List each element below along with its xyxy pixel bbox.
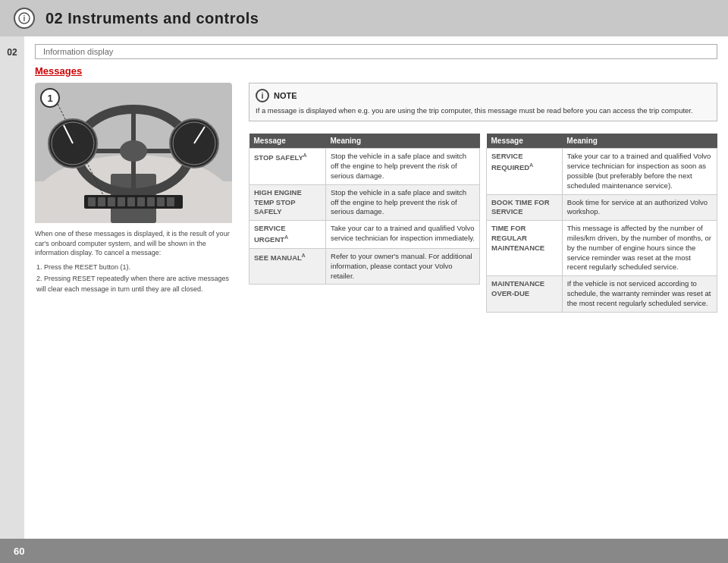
footer-bar: 60 [0,539,728,563]
table-row: SERVICE REQUIREDA [487,149,563,194]
table2-header-meaning: Meaning [562,134,717,149]
message-table-1: Message Meaning STOP SAFELYAStop the veh… [249,134,480,531]
note-info-icon: i [256,89,269,102]
messages-heading: Messages [35,65,717,77]
svg-rect-22 [118,197,125,206]
content-area: 02 Information display Messages [0,36,728,539]
svg-rect-23 [127,197,135,206]
table-row: MAINTENANCE OVER-DUE [487,276,563,312]
table-2: Message Meaning SERVICE REQUIREDATake yo… [486,134,717,312]
table1-header-meaning: Meaning [326,134,480,149]
table1-header-message: Message [249,134,326,149]
table-row: STOP SAFELYA [249,149,326,184]
footer-page-number: 60 [14,546,24,557]
two-col-layout: 1 When one of these messages is displaye… [35,83,717,531]
section-label: Information display [35,44,717,59]
instrument-svg: 1 [35,83,232,223]
instrument-image: 1 [35,83,232,223]
svg-rect-25 [147,197,155,206]
body-text: When one of these messages is displayed,… [35,229,240,258]
svg-rect-26 [157,197,165,206]
svg-rect-20 [98,197,105,206]
header-icon: i [14,8,35,29]
table-row: HIGH ENGINE TEMP STOP SAFELY [249,184,326,220]
message-table-2: Message Meaning SERVICE REQUIREDATake yo… [486,134,717,531]
table-row: SEE MANUALA [249,248,326,284]
svg-rect-27 [167,197,174,206]
svg-point-11 [120,140,147,162]
note-title: NOTE [274,91,297,100]
info-icon: i [18,12,30,24]
table-row-meaning: Refer to your owner's manual. For additi… [326,248,480,284]
svg-text:1: 1 [47,93,52,104]
svg-rect-24 [137,197,145,206]
steps-list: 1. Press the RESET button (1). 2. Pressi… [35,263,240,295]
step-1: 1. Press the RESET button (1). [35,263,240,273]
left-column: 1 When one of these messages is displaye… [35,83,240,531]
page-title: 02 Instruments and controls [46,10,259,27]
tables-row: Message Meaning STOP SAFELYAStop the veh… [249,134,717,531]
header-bar: i 02 Instruments and controls [0,0,728,36]
table-row-meaning: This message is affected by the number o… [562,221,717,276]
left-sidebar: 02 [0,36,24,539]
table-row-meaning: Take your car to a trained and qualified… [326,221,480,249]
sidebar-chapter: 02 [7,47,17,58]
note-text: If a message is displayed when e.g. you … [256,105,711,115]
svg-rect-19 [88,197,96,206]
table-row-meaning: Take your car to a trained and qualified… [562,149,717,194]
table-row-meaning: Book time for service at an authorized V… [562,194,717,221]
table-row-meaning: Stop the vehicle in a safe place and swi… [326,149,480,184]
table2-header-message: Message [487,134,563,149]
note-header: i NOTE [256,89,711,102]
table-row: SERVICE URGENTA [249,221,326,249]
table-row-meaning: Stop the vehicle in a safe place and swi… [326,184,480,220]
table-row: BOOK TIME FOR SERVICE [487,194,563,221]
right-column: i NOTE If a message is displayed when e.… [249,83,717,531]
table-row-meaning: If the vehicle is not serviced according… [562,276,717,312]
page: i 02 Instruments and controls 02 Informa… [0,0,728,563]
table-row: TIME FOR REGULAR MAINTENANCE [487,221,563,276]
table-1: Message Meaning STOP SAFELYAStop the veh… [249,134,480,285]
svg-rect-21 [108,197,115,206]
note-box: i NOTE If a message is displayed when e.… [249,83,717,121]
step-2: 2. Pressing RESET repeatedly when there … [35,274,240,294]
svg-text:i: i [24,14,26,23]
main-content: Information display Messages [24,36,728,539]
